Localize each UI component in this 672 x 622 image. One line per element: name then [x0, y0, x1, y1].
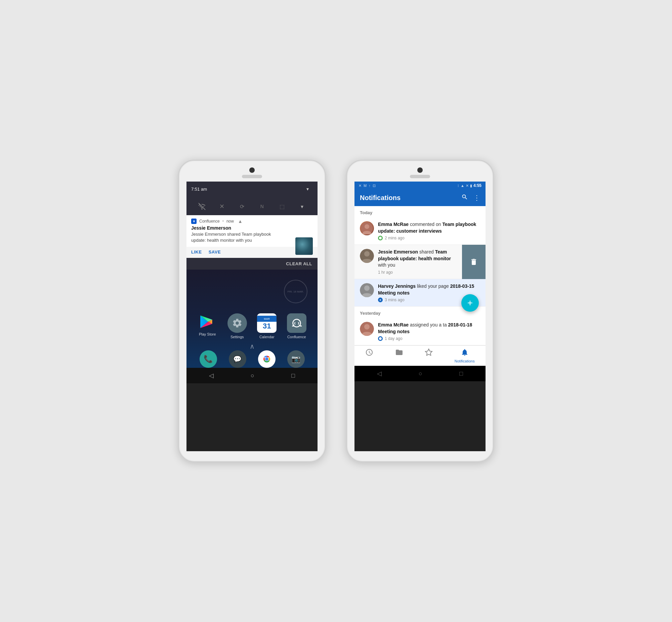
clear-all-button[interactable]: CLEAR ALL [286, 261, 312, 266]
collapse-icon[interactable]: ▲ [238, 218, 242, 224]
svg-point-15 [379, 337, 382, 340]
signal-off-icon: ✕ [466, 183, 469, 188]
nav-notifications[interactable]: Notifications [455, 348, 475, 363]
calendar-app[interactable]: MAR 31 Calendar [255, 313, 279, 339]
clear-all-bar: CLEAR ALL [186, 258, 318, 270]
svg-point-1 [201, 208, 202, 209]
status-right-info: ⫶ ▲ ✕ ▮ 4:55 [457, 183, 482, 188]
notif-avatar [295, 237, 313, 255]
vibrate-icon: ⫶ [457, 183, 459, 187]
expand-icon[interactable]: ▾ [297, 201, 307, 212]
recents-button-right[interactable]: □ [459, 370, 463, 377]
notif-bullet: • [222, 219, 224, 223]
back-button-right[interactable]: ◁ [377, 370, 382, 377]
dock: 📞 💬 [190, 350, 314, 368]
notification-card[interactable]: ✕ Confluence • now ▲ Jessie Emmerson Jes… [186, 215, 318, 258]
save-button[interactable]: SAVE [209, 249, 221, 254]
status-left-icons: ✕ M ↑ ⊡ [359, 183, 376, 188]
speaker-grille [242, 175, 262, 178]
like-button[interactable]: LIKE [191, 249, 202, 254]
folder-icon [395, 348, 403, 358]
nfc-icon[interactable]: N [257, 201, 267, 212]
right-status-bar: ✕ M ↑ ⊡ ⫶ ▲ ✕ ▮ 4:55 [354, 181, 486, 189]
search-icon[interactable] [461, 194, 468, 202]
status-time-right: 4:55 [474, 183, 482, 188]
left-phone: 7:51 am ▾ [178, 160, 326, 462]
app-grid: Play Store Settings [190, 303, 314, 339]
swipe-delete-button[interactable] [462, 245, 486, 279]
avatar-harvey [360, 283, 374, 297]
home-button-right[interactable]: ○ [419, 370, 422, 377]
notif-sender: Jessie Emmerson [186, 225, 291, 231]
messages-dock-app[interactable]: 💬 [224, 350, 250, 368]
notif-text-4: Emma McRae assigned you a ta 2018-01-18 … [378, 322, 480, 335]
avatar-jessie [360, 249, 374, 263]
notifications-nav-label: Notifications [455, 359, 475, 363]
calendar-label: Calendar [259, 335, 274, 339]
notif-time: now [226, 219, 234, 223]
notif-content-2: Jessie Emmerson shared Team playbook upd… [378, 249, 457, 275]
phone-icon: 📞 [199, 350, 217, 368]
confluence-app[interactable]: Confluence [285, 313, 309, 339]
app-drawer-arrow[interactable]: ∧ [250, 342, 255, 350]
camera-dock-app[interactable]: 📷 [283, 350, 309, 368]
settings-label: Settings [230, 335, 244, 339]
bluetooth-off-icon[interactable]: ✕ [216, 201, 227, 212]
camera-cutout-right [417, 167, 423, 173]
recents-button-left[interactable]: □ [291, 372, 295, 379]
bottom-nav: Notifications [354, 345, 486, 366]
play-store-app[interactable]: Play Store [195, 313, 220, 339]
quick-settings-row: ✕ ⟳ N ⬚ ▾ [186, 200, 318, 215]
confluence-app-icon [287, 313, 306, 333]
phone-dock-app[interactable]: 📞 [195, 350, 221, 368]
svg-point-10 [364, 251, 370, 256]
svg-marker-16 [425, 349, 432, 355]
settings-app[interactable]: Settings [225, 313, 250, 339]
avatar-emma-1 [360, 221, 374, 235]
chrome-icon [258, 350, 275, 368]
camera-cutout [249, 167, 255, 173]
nav-recent[interactable] [365, 348, 373, 363]
svg-point-5 [265, 357, 268, 361]
notification-item-2-wrap: Jessie Emmerson shared Team playbook upd… [354, 245, 486, 279]
settings-icon [227, 313, 247, 333]
notif-time-row-4: 1 day ago [378, 336, 480, 341]
bell-icon [461, 348, 469, 358]
app-bar-icons: ⋮ [461, 194, 480, 202]
speaker-grille-right [410, 175, 430, 178]
nav-spaces[interactable] [395, 348, 403, 363]
online-dot [378, 236, 383, 240]
fab-plus-icon: + [468, 298, 473, 308]
wifi-status-icon: ▲ [461, 183, 464, 187]
assign-dot [378, 336, 383, 341]
chrome-dock-app[interactable] [254, 350, 279, 368]
home-button-left[interactable]: ○ [251, 372, 254, 379]
notif-time-2: 1 hr ago [378, 270, 393, 275]
chevron-down-icon[interactable]: ▾ [302, 183, 313, 194]
like-dot [378, 298, 383, 302]
confluence-icon: ✕ [191, 218, 196, 224]
wifi-off-icon[interactable] [196, 201, 207, 212]
fab-button[interactable]: + [461, 294, 479, 312]
home-screen: FRI. 16 MAR. [186, 270, 318, 368]
notification-item-1[interactable]: Emma McRae commented on Team playbook up… [354, 217, 486, 245]
notif-app-name: Confluence [199, 219, 220, 223]
notifications-list: Today Emma McRae commented on Team playb… [354, 206, 486, 345]
star-icon [425, 348, 433, 358]
screen-rotate-icon[interactable]: ⟳ [236, 201, 247, 212]
more-options-icon[interactable]: ⋮ [474, 194, 480, 202]
status-time-left: 7:51 am [191, 186, 207, 192]
upload-status-icon: ↑ [369, 183, 371, 187]
back-button-left[interactable]: ◁ [209, 372, 214, 379]
svg-point-12 [364, 285, 370, 291]
app-bar: Notifications ⋮ [354, 189, 486, 206]
battery-saver-icon[interactable]: ⬚ [276, 201, 287, 212]
play-store-icon [199, 313, 216, 330]
notification-item-4[interactable]: Emma McRae assigned you a ta 2018-01-18 … [354, 318, 486, 345]
battery-status-icon: ▮ [470, 183, 472, 188]
notification-item-2[interactable]: Jessie Emmerson shared Team playbook upd… [354, 245, 462, 279]
avatar-emma-2 [360, 322, 374, 336]
notif-text-1: Emma McRae commented on Team playbook up… [378, 221, 480, 234]
notif-text-3: Harvey Jennings liked your page 2018-03-… [378, 283, 480, 296]
nav-starred[interactable] [425, 348, 433, 363]
